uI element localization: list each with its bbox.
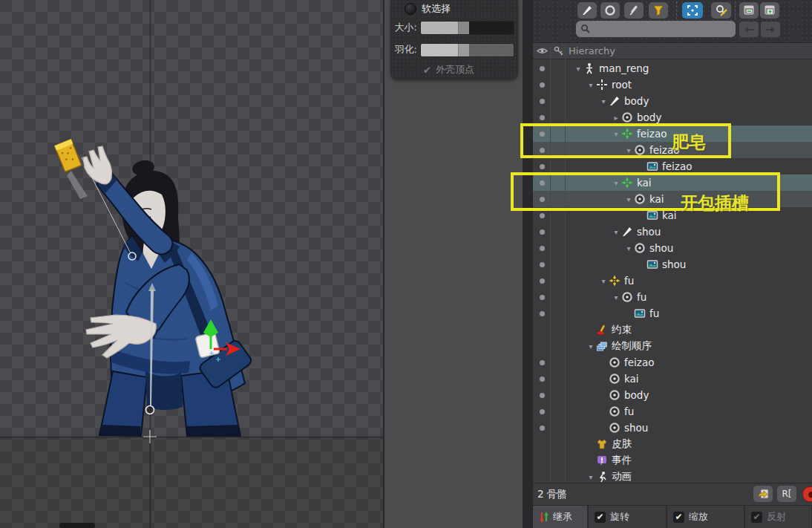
selection-count: 2 骨骼 [537,488,567,501]
expand-arrow[interactable]: ▸ [611,114,621,122]
tree-row-fu[interactable]: fu [533,305,812,322]
tree-row-约束[interactable]: 约束 [533,322,812,338]
tree-row-fu[interactable]: fu [533,403,812,420]
search-input[interactable] [576,21,736,37]
lock-column-key-icon[interactable] [554,46,563,56]
magnifier-pencil-icon [715,4,728,17]
pin-icon [627,4,641,17]
tree-row-动画[interactable]: ▾动画 [533,469,812,483]
tree-row-fu[interactable]: ▾fu [533,273,812,289]
event-icon [596,454,608,466]
inherit-icon [539,511,549,523]
record-button[interactable]: ● [802,486,812,502]
tree-row-label: body [624,95,649,107]
feather-slider-handle[interactable] [458,44,469,56]
checkbox[interactable]: ✔ [595,512,606,523]
checkbox[interactable]: ✔ [673,512,684,523]
pin-tool-button[interactable] [624,2,644,19]
find-edit-button[interactable] [711,2,731,19]
inherit-option-1[interactable]: ✔旋转 [589,506,667,528]
tree-row-feizao[interactable]: ▾feizao [533,142,812,158]
tree-row-皮肤[interactable]: 皮肤 [533,436,812,452]
slot-icon [621,111,633,123]
export-icon [757,488,770,500]
tree-row-body[interactable]: body [533,387,812,403]
tree-row-shou[interactable]: ▾shou [533,224,812,240]
bone-point-green-icon [621,177,633,189]
hierarchy-header: Hierarchy [533,43,812,59]
tree-row-body[interactable]: ▸body [533,109,812,126]
expand-arrow[interactable]: ▾ [611,179,621,187]
tree-row-root[interactable]: ▾root [533,76,812,93]
size-label: 大小: [390,21,417,34]
column-separator [565,43,566,483]
expand-arrow[interactable]: ▾ [586,81,596,89]
image-icon [646,209,658,221]
tree-row-kai[interactable]: ▾kai [533,191,812,207]
circle-select-tool-button[interactable] [600,2,620,19]
hierarchy-tree: ▾man_reng▾root▾body▸body▾feizao▾feizaofe… [533,60,812,483]
bone-icon [621,226,633,238]
nav-forward-button[interactable] [761,22,780,37]
tree-row-绘制顺序[interactable]: ▾绘制顺序 [533,338,812,354]
size-slider-handle[interactable] [458,22,469,34]
slot-icon [609,422,621,434]
expand-all-button[interactable] [760,2,779,19]
expand-arrow[interactable]: ▾ [611,293,621,302]
expand-arrow[interactable]: ▾ [598,277,609,285]
root-crosshair-icon [596,79,608,91]
tree-row-kai[interactable]: kai [533,207,812,224]
tree-row-kai[interactable]: kai [533,371,812,387]
expand-arrow[interactable]: ▾ [623,244,634,252]
tree-row-feizao[interactable]: ▾feizao [533,126,812,142]
weights-tool-button[interactable] [577,2,597,19]
tree-row-label: feizao [662,160,692,172]
expand-arrow[interactable]: ▾ [598,97,609,105]
image-icon [646,160,658,172]
expand-arrow[interactable]: ▾ [623,146,634,154]
inherit-option-label: 反射 [767,510,786,524]
inherit-menu-button[interactable]: 继承 [533,506,589,528]
focus-icon [686,4,699,17]
below-ground-shade [0,437,384,528]
soft-select-toggle[interactable] [405,3,416,15]
inherit-label: 继承 [553,510,572,524]
filter-tool-button[interactable] [649,2,668,19]
rename-button[interactable]: R[ [777,486,796,502]
viewport-canvas[interactable] [0,0,384,528]
tree-row-shou[interactable]: shou [533,256,812,273]
hull-vertices-checkbox[interactable]: ✔ [423,65,431,76]
tree-row-feizao[interactable]: feizao [533,158,812,175]
center-selection-button[interactable] [682,2,703,19]
tree-row-shou[interactable]: ▾shou [533,240,812,256]
size-slider[interactable] [420,21,514,35]
tree-row-body[interactable]: ▾body [533,93,812,109]
tree-row-feizao[interactable]: feizao [533,354,812,371]
tree-row-shou[interactable]: shou [533,420,812,436]
tree-row-事件[interactable]: 事件 [533,452,812,469]
tree-row-fu[interactable]: ▾fu [533,289,812,305]
expand-arrow[interactable]: ▾ [573,65,583,73]
inherit-option-2[interactable]: ✔缩放 [667,506,745,528]
tree-row-label: fu [637,291,646,303]
slot-icon [634,242,646,254]
tree-row-man_reng[interactable]: ▾man_reng [533,60,812,76]
tree-row-kai[interactable]: ▾kai [533,175,812,191]
expand-arrow[interactable]: ▾ [586,342,596,351]
visibility-column-eye-icon[interactable] [537,46,548,56]
tree-row-label: kai [624,373,639,385]
soap-attachment[interactable] [195,332,220,358]
collapse-all-button[interactable] [739,2,759,19]
nav-back-button[interactable] [739,22,759,37]
expand-arrow[interactable]: ▾ [611,228,621,236]
expand-arrow[interactable]: ▾ [586,473,596,481]
tree-row-label: body [637,111,661,123]
slot-icon [609,356,621,368]
feather-slider[interactable] [420,43,514,57]
soft-select-panel: 软选择 大小: 羽化: ✔ 外壳顶点 [390,0,518,80]
expand-arrow[interactable]: ▾ [611,130,621,138]
tree-row-label: 动画 [612,470,632,483]
export-button[interactable] [753,486,773,502]
expand-arrow[interactable]: ▾ [623,195,634,203]
tree-row-label: feizao [649,144,679,156]
